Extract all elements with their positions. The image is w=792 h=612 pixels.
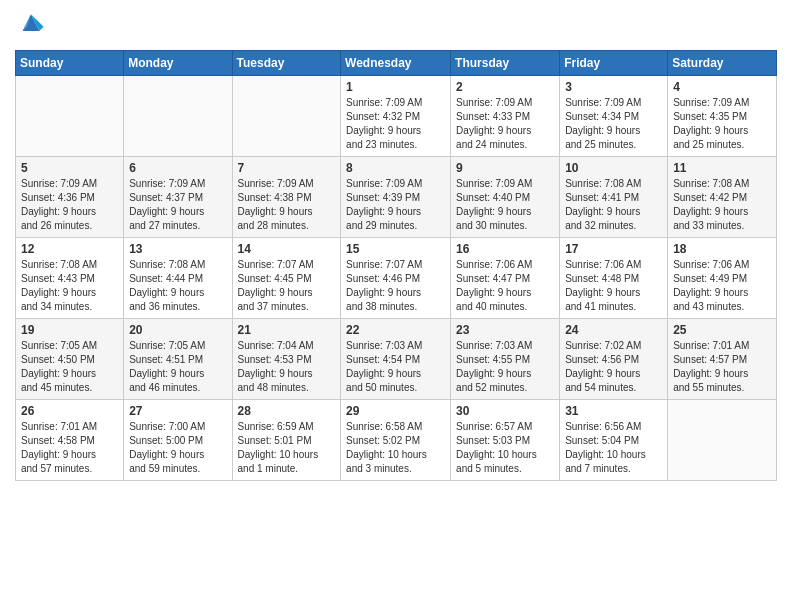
week-row-3: 12Sunrise: 7:08 AM Sunset: 4:43 PM Dayli… [16, 238, 777, 319]
day-info: Sunrise: 7:09 AM Sunset: 4:38 PM Dayligh… [238, 177, 336, 233]
calendar-cell: 9Sunrise: 7:09 AM Sunset: 4:40 PM Daylig… [451, 157, 560, 238]
day-info: Sunrise: 7:08 AM Sunset: 4:43 PM Dayligh… [21, 258, 118, 314]
day-info: Sunrise: 6:58 AM Sunset: 5:02 PM Dayligh… [346, 420, 445, 476]
day-number: 17 [565, 242, 662, 256]
calendar-cell: 22Sunrise: 7:03 AM Sunset: 4:54 PM Dayli… [341, 319, 451, 400]
day-number: 22 [346, 323, 445, 337]
calendar-cell: 13Sunrise: 7:08 AM Sunset: 4:44 PM Dayli… [124, 238, 232, 319]
day-number: 2 [456, 80, 554, 94]
day-info: Sunrise: 7:08 AM Sunset: 4:44 PM Dayligh… [129, 258, 226, 314]
day-info: Sunrise: 7:03 AM Sunset: 4:54 PM Dayligh… [346, 339, 445, 395]
weekday-header-friday: Friday [560, 51, 668, 76]
day-number: 21 [238, 323, 336, 337]
logo-icon [17, 10, 45, 38]
calendar-cell: 7Sunrise: 7:09 AM Sunset: 4:38 PM Daylig… [232, 157, 341, 238]
day-info: Sunrise: 7:09 AM Sunset: 4:40 PM Dayligh… [456, 177, 554, 233]
day-info: Sunrise: 7:01 AM Sunset: 4:57 PM Dayligh… [673, 339, 771, 395]
day-number: 30 [456, 404, 554, 418]
day-number: 26 [21, 404, 118, 418]
calendar-cell: 27Sunrise: 7:00 AM Sunset: 5:00 PM Dayli… [124, 400, 232, 481]
weekday-header-monday: Monday [124, 51, 232, 76]
day-number: 8 [346, 161, 445, 175]
calendar-cell: 2Sunrise: 7:09 AM Sunset: 4:33 PM Daylig… [451, 76, 560, 157]
day-number: 11 [673, 161, 771, 175]
calendar-cell: 8Sunrise: 7:09 AM Sunset: 4:39 PM Daylig… [341, 157, 451, 238]
calendar-cell: 28Sunrise: 6:59 AM Sunset: 5:01 PM Dayli… [232, 400, 341, 481]
day-info: Sunrise: 6:56 AM Sunset: 5:04 PM Dayligh… [565, 420, 662, 476]
day-info: Sunrise: 7:09 AM Sunset: 4:32 PM Dayligh… [346, 96, 445, 152]
day-info: Sunrise: 7:09 AM Sunset: 4:35 PM Dayligh… [673, 96, 771, 152]
day-number: 7 [238, 161, 336, 175]
day-info: Sunrise: 7:09 AM Sunset: 4:36 PM Dayligh… [21, 177, 118, 233]
day-info: Sunrise: 7:09 AM Sunset: 4:37 PM Dayligh… [129, 177, 226, 233]
day-info: Sunrise: 7:02 AM Sunset: 4:56 PM Dayligh… [565, 339, 662, 395]
weekday-header-sunday: Sunday [16, 51, 124, 76]
calendar-cell: 14Sunrise: 7:07 AM Sunset: 4:45 PM Dayli… [232, 238, 341, 319]
week-row-5: 26Sunrise: 7:01 AM Sunset: 4:58 PM Dayli… [16, 400, 777, 481]
calendar-cell: 10Sunrise: 7:08 AM Sunset: 4:41 PM Dayli… [560, 157, 668, 238]
day-number: 15 [346, 242, 445, 256]
calendar-cell: 18Sunrise: 7:06 AM Sunset: 4:49 PM Dayli… [668, 238, 777, 319]
weekday-header-saturday: Saturday [668, 51, 777, 76]
day-number: 6 [129, 161, 226, 175]
day-number: 5 [21, 161, 118, 175]
header [15, 10, 777, 42]
day-info: Sunrise: 7:09 AM Sunset: 4:33 PM Dayligh… [456, 96, 554, 152]
day-info: Sunrise: 7:08 AM Sunset: 4:42 PM Dayligh… [673, 177, 771, 233]
calendar-cell: 21Sunrise: 7:04 AM Sunset: 4:53 PM Dayli… [232, 319, 341, 400]
calendar-cell: 25Sunrise: 7:01 AM Sunset: 4:57 PM Dayli… [668, 319, 777, 400]
calendar-cell: 11Sunrise: 7:08 AM Sunset: 4:42 PM Dayli… [668, 157, 777, 238]
page: SundayMondayTuesdayWednesdayThursdayFrid… [0, 0, 792, 496]
day-number: 20 [129, 323, 226, 337]
calendar-cell: 31Sunrise: 6:56 AM Sunset: 5:04 PM Dayli… [560, 400, 668, 481]
calendar-cell: 29Sunrise: 6:58 AM Sunset: 5:02 PM Dayli… [341, 400, 451, 481]
calendar-cell: 19Sunrise: 7:05 AM Sunset: 4:50 PM Dayli… [16, 319, 124, 400]
weekday-header-tuesday: Tuesday [232, 51, 341, 76]
day-info: Sunrise: 6:59 AM Sunset: 5:01 PM Dayligh… [238, 420, 336, 476]
calendar-cell: 26Sunrise: 7:01 AM Sunset: 4:58 PM Dayli… [16, 400, 124, 481]
calendar-cell: 3Sunrise: 7:09 AM Sunset: 4:34 PM Daylig… [560, 76, 668, 157]
week-row-4: 19Sunrise: 7:05 AM Sunset: 4:50 PM Dayli… [16, 319, 777, 400]
calendar-cell: 1Sunrise: 7:09 AM Sunset: 4:32 PM Daylig… [341, 76, 451, 157]
day-info: Sunrise: 7:07 AM Sunset: 4:46 PM Dayligh… [346, 258, 445, 314]
day-number: 23 [456, 323, 554, 337]
day-number: 3 [565, 80, 662, 94]
calendar-cell: 30Sunrise: 6:57 AM Sunset: 5:03 PM Dayli… [451, 400, 560, 481]
weekday-header-wednesday: Wednesday [341, 51, 451, 76]
day-number: 16 [456, 242, 554, 256]
week-row-2: 5Sunrise: 7:09 AM Sunset: 4:36 PM Daylig… [16, 157, 777, 238]
day-number: 14 [238, 242, 336, 256]
calendar-cell: 20Sunrise: 7:05 AM Sunset: 4:51 PM Dayli… [124, 319, 232, 400]
day-number: 31 [565, 404, 662, 418]
day-number: 27 [129, 404, 226, 418]
day-info: Sunrise: 6:57 AM Sunset: 5:03 PM Dayligh… [456, 420, 554, 476]
day-info: Sunrise: 7:01 AM Sunset: 4:58 PM Dayligh… [21, 420, 118, 476]
calendar-cell [124, 76, 232, 157]
week-row-1: 1Sunrise: 7:09 AM Sunset: 4:32 PM Daylig… [16, 76, 777, 157]
calendar-cell [668, 400, 777, 481]
day-info: Sunrise: 7:09 AM Sunset: 4:34 PM Dayligh… [565, 96, 662, 152]
day-number: 28 [238, 404, 336, 418]
weekday-header-row: SundayMondayTuesdayWednesdayThursdayFrid… [16, 51, 777, 76]
day-info: Sunrise: 7:05 AM Sunset: 4:51 PM Dayligh… [129, 339, 226, 395]
calendar-cell: 4Sunrise: 7:09 AM Sunset: 4:35 PM Daylig… [668, 76, 777, 157]
day-info: Sunrise: 7:06 AM Sunset: 4:48 PM Dayligh… [565, 258, 662, 314]
calendar-cell: 5Sunrise: 7:09 AM Sunset: 4:36 PM Daylig… [16, 157, 124, 238]
day-number: 29 [346, 404, 445, 418]
calendar-cell [232, 76, 341, 157]
calendar-cell: 16Sunrise: 7:06 AM Sunset: 4:47 PM Dayli… [451, 238, 560, 319]
day-number: 4 [673, 80, 771, 94]
day-number: 13 [129, 242, 226, 256]
day-number: 9 [456, 161, 554, 175]
day-info: Sunrise: 7:04 AM Sunset: 4:53 PM Dayligh… [238, 339, 336, 395]
day-number: 1 [346, 80, 445, 94]
calendar-cell: 12Sunrise: 7:08 AM Sunset: 4:43 PM Dayli… [16, 238, 124, 319]
day-number: 24 [565, 323, 662, 337]
calendar-cell: 23Sunrise: 7:03 AM Sunset: 4:55 PM Dayli… [451, 319, 560, 400]
day-info: Sunrise: 7:08 AM Sunset: 4:41 PM Dayligh… [565, 177, 662, 233]
day-info: Sunrise: 7:07 AM Sunset: 4:45 PM Dayligh… [238, 258, 336, 314]
weekday-header-thursday: Thursday [451, 51, 560, 76]
day-number: 12 [21, 242, 118, 256]
calendar-cell: 24Sunrise: 7:02 AM Sunset: 4:56 PM Dayli… [560, 319, 668, 400]
day-info: Sunrise: 7:05 AM Sunset: 4:50 PM Dayligh… [21, 339, 118, 395]
